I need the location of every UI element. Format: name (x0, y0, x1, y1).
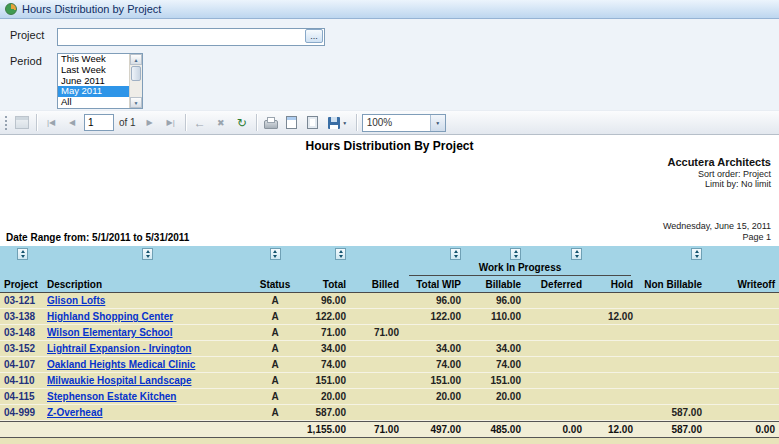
period-label: Period (10, 53, 57, 109)
table-cell: A (250, 375, 300, 386)
report-table: Work In Progress ProjectDescriptionStatu… (0, 246, 779, 444)
project-input[interactable] (57, 28, 325, 46)
listbox-scrollbar[interactable]: ▲ ▼ (129, 54, 142, 108)
table-cell: 74.00 (403, 359, 465, 370)
sort-spinner[interactable] (335, 248, 346, 260)
description-link[interactable]: Z-Overhead (45, 407, 250, 418)
next-page-button[interactable]: ▶ (141, 114, 159, 132)
sort-cell (0, 247, 45, 259)
zoom-select[interactable]: 100% ▼ (362, 114, 446, 132)
table-cell: A (250, 311, 300, 322)
table-cell: 12.00 (586, 311, 637, 322)
column-header-writeoff: Writeoff (706, 279, 779, 290)
app-window: Hours Distribution by Project Project ..… (0, 0, 779, 444)
zoom-dropdown-icon[interactable]: ▼ (430, 115, 445, 131)
table-cell: 96.00 (403, 295, 465, 306)
table-cell: 122.00 (403, 311, 465, 322)
table-cell: 122.00 (300, 311, 350, 322)
refresh-button[interactable]: ↻ (233, 114, 251, 132)
scroll-down-icon[interactable]: ▼ (130, 97, 142, 108)
prev-page-button[interactable]: ◀ (63, 114, 81, 132)
table-cell: 96.00 (300, 295, 350, 306)
sort-cell (637, 247, 706, 259)
sort-spinner[interactable] (450, 248, 461, 260)
first-page-button[interactable]: |◀ (42, 114, 60, 132)
total-cell: 0.00 (706, 424, 779, 435)
toolbar-grip[interactable] (4, 115, 8, 131)
sort-cell (465, 247, 525, 259)
print-button[interactable] (262, 114, 280, 132)
table-cell: 04-107 (0, 359, 45, 370)
description-link[interactable]: Wilson Elementary School (45, 327, 250, 338)
report-title: Hours Distribution By Project (0, 139, 779, 153)
table-cell: A (250, 295, 300, 306)
scrollbar-track[interactable] (130, 82, 142, 97)
period-option[interactable]: Last Week (58, 65, 129, 76)
sort-cell (45, 247, 250, 259)
sort-down-icon[interactable] (336, 254, 345, 259)
column-header-hold: Hold (586, 279, 637, 290)
sort-down-icon[interactable] (511, 254, 520, 259)
scrollbar-thumb[interactable] (131, 66, 141, 81)
sort-spinner[interactable] (270, 248, 281, 260)
project-row: Project ... (10, 27, 779, 45)
company-name: Accutera Architects (667, 156, 771, 168)
description-link[interactable]: Milwaukie Hospital Landscape (45, 375, 250, 386)
period-row: Period This WeekLast WeekJune 2011May 20… (10, 53, 779, 109)
print-layout-button[interactable] (283, 114, 301, 132)
page-setup-button[interactable] (304, 114, 322, 132)
sort-spinner[interactable] (510, 248, 521, 260)
sort-cell (403, 247, 465, 259)
table-cell: 587.00 (300, 407, 350, 418)
sort-down-icon[interactable] (572, 254, 581, 259)
sort-order-label: Sort order: Project (698, 169, 771, 179)
page-number-input[interactable] (84, 114, 114, 131)
table-cell: 74.00 (465, 359, 525, 370)
period-listbox[interactable]: This WeekLast WeekJune 2011May 2011All ▲… (57, 53, 143, 109)
last-page-button[interactable]: ▶| (162, 114, 180, 132)
description-link[interactable]: Highland Shopping Center (45, 311, 250, 322)
scroll-up-icon[interactable]: ▲ (130, 54, 142, 65)
column-header-total: Total (300, 279, 350, 290)
sort-spinner[interactable] (17, 248, 28, 260)
table-cell: 34.00 (403, 343, 465, 354)
total-cell: 0.00 (525, 424, 586, 435)
title-bar: Hours Distribution by Project (0, 0, 779, 19)
sort-down-icon[interactable] (692, 254, 701, 259)
sort-down-icon[interactable] (18, 254, 27, 259)
table-row: 03-138Highland Shopping CenterA122.00122… (0, 309, 779, 325)
report-toolbar: |◀ ◀ of 1 ▶ ▶| ← ✖ ↻ ▼ 100% ▼ (0, 110, 779, 135)
period-option[interactable]: All (58, 97, 129, 108)
stop-button[interactable]: ✖ (212, 114, 230, 132)
toolbar-separator (185, 114, 186, 131)
table-cell: A (250, 391, 300, 402)
table-cell: A (250, 327, 300, 338)
back-button[interactable]: ← (191, 114, 209, 132)
table-cell: 110.00 (465, 311, 525, 322)
table-cell: 587.00 (637, 407, 706, 418)
sort-down-icon[interactable] (451, 254, 460, 259)
sort-down-icon[interactable] (143, 254, 152, 259)
browse-button[interactable]: ... (305, 29, 323, 43)
description-link[interactable]: Lightrail Expansion - Irvington (45, 343, 250, 354)
toolbar-separator (356, 114, 357, 131)
table-cell: 04-115 (0, 391, 45, 402)
export-dropdown-icon[interactable]: ▼ (342, 120, 347, 126)
sort-spinner[interactable] (142, 248, 153, 260)
period-options: This WeekLast WeekJune 2011May 2011All (58, 54, 129, 108)
sort-down-icon[interactable] (271, 254, 280, 259)
table-cell: A (250, 359, 300, 370)
report-viewer: Hours Distribution By Project Accutera A… (0, 135, 779, 444)
total-cell: 587.00 (637, 424, 706, 435)
table-row: 04-999Z-OverheadA587.00587.00 (0, 405, 779, 421)
page-label: Page 1 (742, 232, 771, 242)
sort-cell (300, 247, 350, 259)
sort-spinner[interactable] (571, 248, 582, 260)
wip-group-header: Work In Progress (409, 261, 631, 276)
description-link[interactable]: Glison Lofts (45, 295, 250, 306)
sort-spinner[interactable] (691, 248, 702, 260)
export-button[interactable]: ▼ (325, 114, 351, 132)
description-link[interactable]: Stephenson Estate Kitchen (45, 391, 250, 402)
document-map-button[interactable] (13, 114, 31, 132)
description-link[interactable]: Oakland Heights Medical Clinic (45, 359, 250, 370)
